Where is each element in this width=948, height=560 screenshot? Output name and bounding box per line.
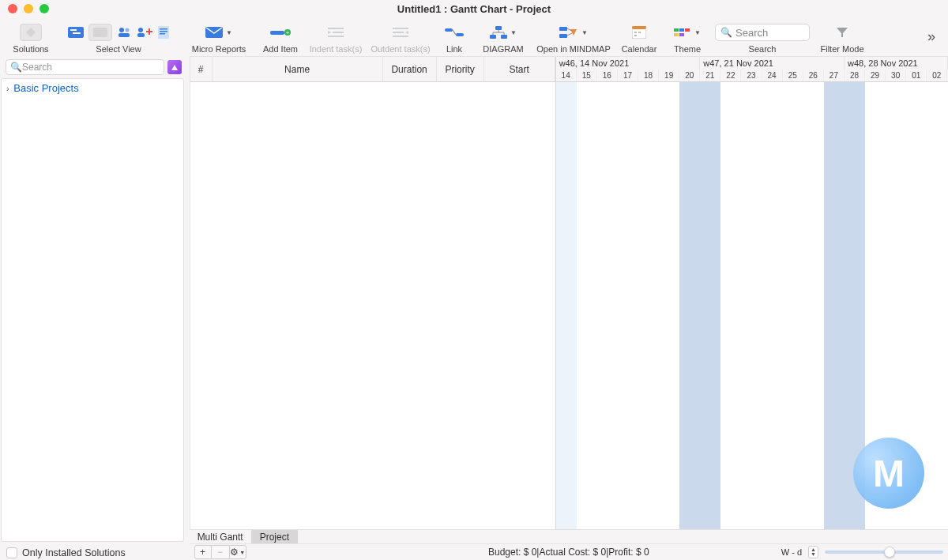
day-header: 25: [783, 70, 803, 82]
micro-reports-button[interactable]: ▼ Micro Reports: [182, 17, 256, 56]
zoom-slider[interactable]: [825, 551, 943, 554]
task-grid-body[interactable]: [190, 82, 555, 529]
add-bar-icon: +: [270, 27, 291, 38]
day-header: 14: [556, 70, 577, 82]
svg-rect-44: [632, 26, 646, 29]
chevron-right-icon: ›: [6, 84, 9, 93]
funnel-icon: [836, 26, 848, 39]
chevron-down-icon: ▼: [226, 29, 232, 36]
svg-rect-26: [393, 36, 408, 37]
open-mindmap-button[interactable]: ▼ Open in MINDMAP: [532, 17, 615, 56]
svg-marker-0: [26, 28, 36, 37]
open-mindmap-label: Open in MINDMAP: [536, 44, 611, 54]
toolbar-search-group[interactable]: 🔍 Search Search: [711, 17, 814, 56]
svg-line-30: [453, 30, 456, 35]
view-option-icon[interactable]: [88, 24, 112, 41]
svg-rect-25: [393, 32, 404, 33]
tree-item-label: Basic Projects: [13, 82, 78, 94]
svg-rect-24: [393, 28, 408, 29]
toolbar-search-label: Search: [749, 44, 777, 54]
svg-rect-47: [634, 35, 637, 36]
chevron-down-icon: ▼: [581, 29, 588, 36]
add-button[interactable]: +: [194, 545, 212, 559]
svg-rect-22: [328, 36, 344, 37]
solutions-label: Solutions: [13, 44, 48, 54]
zoom-slider-thumb[interactable]: [884, 547, 895, 558]
theme-icon: [674, 27, 691, 38]
svg-rect-38: [559, 27, 567, 31]
column-header-name[interactable]: Name: [213, 57, 383, 81]
calendar-button[interactable]: Calendar: [615, 17, 664, 56]
svg-rect-39: [559, 34, 567, 38]
svg-rect-9: [137, 33, 145, 37]
link-button[interactable]: Link: [434, 17, 474, 56]
diagram-button[interactable]: ▼ DIAGRAM: [474, 17, 532, 56]
toolbar-search-placeholder: Search: [735, 27, 768, 39]
svg-rect-46: [638, 32, 641, 33]
solutions-tree[interactable]: › Basic Projects: [1, 78, 184, 542]
svg-rect-45: [634, 32, 637, 33]
column-header-start[interactable]: Start: [484, 57, 555, 81]
window-title: Untitled1 : Gantt Chart - Project: [0, 3, 948, 15]
day-header: 18: [638, 70, 659, 82]
indent-button: Indent task(s): [305, 17, 367, 56]
column-header-priority[interactable]: Priority: [437, 57, 484, 81]
tab-multi-gantt[interactable]: Multi Gantt: [190, 530, 252, 543]
column-header-number[interactable]: #: [190, 57, 213, 81]
day-header: 29: [865, 70, 886, 82]
svg-rect-33: [501, 35, 507, 39]
svg-rect-32: [490, 35, 496, 39]
day-header: 22: [720, 70, 741, 82]
settings-gear-button[interactable]: ⚙▼: [229, 545, 246, 559]
timeline-days-row: 14151617181920212223242526272829300102: [556, 70, 948, 82]
document-icon[interactable]: [158, 26, 169, 39]
filter-mode-label: Filter Mode: [820, 44, 863, 54]
indent-icon: [328, 27, 344, 38]
day-header: 02: [927, 70, 947, 82]
view-tabs: Multi Gantt Project: [190, 529, 948, 543]
week-header: w48, 28 Nov 2021: [845, 57, 948, 70]
svg-text:+: +: [286, 29, 290, 36]
chevron-down-icon: ▼: [510, 29, 517, 36]
select-view-label: Select View: [96, 44, 141, 54]
add-item-button[interactable]: + Add Item: [256, 17, 305, 56]
day-header: 19: [659, 70, 679, 82]
svg-rect-7: [118, 33, 130, 37]
solutions-button[interactable]: Solutions: [6, 17, 55, 56]
solutions-sidebar: 🔍 Search › Basic Projects Only Installed…: [0, 56, 185, 560]
zoom-stepper[interactable]: ▲▼: [808, 546, 818, 558]
calendar-label: Calendar: [622, 44, 657, 54]
day-header: 15: [577, 70, 597, 82]
task-grid: # Name Duration Priority Start: [190, 57, 556, 529]
svg-rect-3: [73, 32, 81, 34]
mail-icon: [205, 26, 223, 39]
svg-rect-29: [456, 33, 464, 36]
svg-rect-48: [674, 28, 679, 32]
select-view-group[interactable]: Select View: [55, 17, 182, 56]
add-item-label: Add Item: [263, 44, 298, 54]
sidebar-extension-button[interactable]: [167, 60, 182, 74]
resource-assign-icon[interactable]: [136, 26, 153, 39]
toolbar-overflow-button[interactable]: »: [921, 28, 942, 45]
remove-button: −: [212, 545, 229, 559]
svg-rect-49: [679, 28, 684, 32]
day-header: 24: [762, 70, 783, 82]
weekend-column: [824, 82, 845, 529]
resources-icon[interactable]: [117, 26, 131, 39]
tab-project[interactable]: Project: [252, 530, 298, 543]
sidebar-search-input[interactable]: 🔍 Search: [6, 59, 164, 75]
only-installed-checkbox[interactable]: [6, 547, 17, 558]
diagram-icon: [490, 26, 507, 39]
svg-rect-14: [160, 31, 167, 32]
filter-mode-button[interactable]: Filter Mode: [814, 17, 871, 56]
day-header: 16: [597, 70, 618, 82]
theme-button[interactable]: ▼ Theme: [664, 17, 711, 56]
column-header-duration[interactable]: Duration: [383, 57, 437, 81]
toolbar-search-input[interactable]: 🔍 Search: [715, 24, 810, 41]
svg-point-5: [119, 28, 124, 32]
svg-rect-20: [328, 28, 344, 29]
tree-item-basic-projects[interactable]: › Basic Projects: [6, 82, 179, 94]
gantt-view-icon[interactable]: [68, 26, 84, 39]
svg-rect-28: [445, 28, 453, 32]
svg-rect-11: [149, 28, 150, 35]
